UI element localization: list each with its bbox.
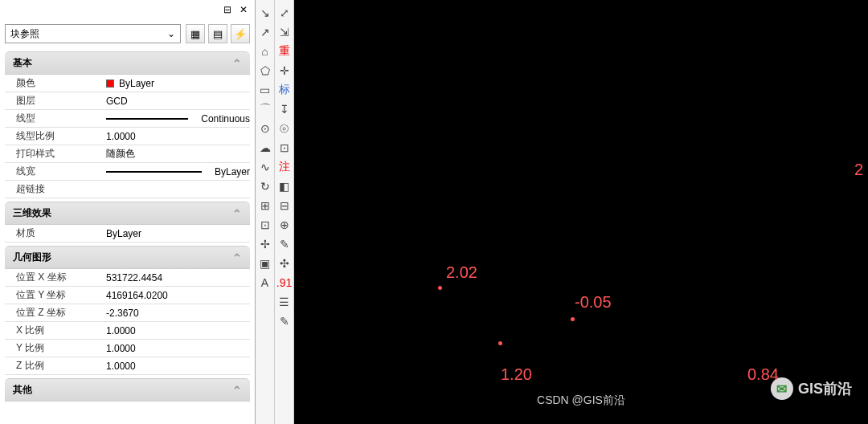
pin-icon[interactable]: ⊟: [219, 2, 235, 18]
filter-icon[interactable]: ⚡: [231, 24, 250, 43]
draw-tool-button[interactable]: ⌒: [256, 100, 274, 118]
section-3d-header[interactable]: 三维效果 ⌃: [5, 202, 250, 225]
modify-tool-button[interactable]: ◧: [276, 177, 293, 195]
properties-panel: ⊟ ✕ 块参照 ⌄ ▦ ▤ ⚡ 基本 ⌃ 颜色 ByLayer 图层 GCD 线…: [0, 0, 256, 424]
draw-tool-button[interactable]: ✢: [256, 235, 274, 253]
modify-tool-button[interactable]: ⦾: [276, 120, 293, 137]
close-icon[interactable]: ✕: [235, 2, 252, 18]
section-basic-header[interactable]: 基本 ⌃: [5, 51, 250, 75]
modify-toolbar: ⤢⇲重✛标↧⦾⊡注◧⊟⊕✎✣.91☰✎: [275, 0, 294, 424]
draw-tool-button[interactable]: ⌂: [256, 43, 274, 60]
draw-tool-button[interactable]: ▭: [256, 81, 274, 99]
elevation-point[interactable]: [571, 317, 575, 321]
draw-tool-button[interactable]: A: [256, 274, 274, 292]
section-other-header[interactable]: 其他 ⌃: [5, 378, 250, 402]
draw-tool-button[interactable]: ⊡: [256, 216, 274, 234]
draw-tool-button[interactable]: ↘: [256, 4, 274, 22]
modify-tool-button[interactable]: ⇲: [276, 23, 293, 41]
modify-tool-button[interactable]: ⊕: [276, 216, 293, 234]
modify-tool-button[interactable]: 注: [276, 158, 293, 176]
elevation-point[interactable]: [438, 286, 442, 290]
modify-tool-button[interactable]: ✣: [276, 255, 293, 272]
line-sample-icon: [106, 171, 202, 173]
prop-scale-z[interactable]: Z 比例 1.0000: [5, 357, 250, 375]
drawing-canvas[interactable]: ✉ GIS前沿 CSDN @GIS前沿 2.02-0.051.200.842: [294, 0, 868, 424]
prop-lineweight[interactable]: 线宽 ByLayer: [5, 163, 250, 181]
modify-tool-button[interactable]: 重: [276, 43, 293, 60]
section-geometry-header[interactable]: 几何图形 ⌃: [5, 246, 250, 269]
prop-material[interactable]: 材质 ByLayer: [5, 225, 250, 243]
draw-tool-button[interactable]: ∿: [256, 158, 274, 176]
prop-hyperlink[interactable]: 超链接: [5, 181, 250, 198]
prop-lt-scale[interactable]: 线型比例 1.0000: [5, 128, 250, 145]
elevation-label: 1.20: [501, 365, 532, 384]
prop-linetype[interactable]: 线型 Continuous: [5, 110, 250, 128]
chevron-collapse-icon: ⌃: [232, 207, 242, 220]
prop-pos-y[interactable]: 位置 Y 坐标 4169164.0200: [5, 287, 250, 304]
modify-tool-button[interactable]: .91: [276, 274, 293, 292]
prop-scale-y[interactable]: Y 比例 1.0000: [5, 340, 250, 357]
modify-tool-button[interactable]: ☰: [276, 293, 293, 311]
elevation-label: -0.05: [575, 293, 612, 312]
pim-tool-icon[interactable]: ▦: [186, 24, 205, 43]
elevation-label: 2.02: [446, 263, 477, 282]
chevron-down-icon: ⌄: [167, 28, 175, 39]
draw-toolbar: ↘↗⌂⬠▭⌒⊙☁∿↻⊞⊡✢▣A: [256, 0, 275, 424]
draw-tool-button[interactable]: ⊙: [256, 120, 274, 137]
quickselect-icon[interactable]: ▤: [208, 24, 227, 43]
elevation-label: 0.84: [747, 365, 779, 384]
chevron-collapse-icon: ⌃: [232, 251, 242, 264]
elevation-label: 2: [854, 161, 863, 179]
chevron-collapse-icon: ⌃: [232, 57, 242, 70]
line-sample-icon: [106, 118, 188, 120]
modify-tool-button[interactable]: ✎: [276, 312, 293, 330]
prop-pos-z[interactable]: 位置 Z 坐标 -2.3670: [5, 304, 250, 322]
draw-tool-button[interactable]: ☁: [256, 139, 274, 157]
prop-plot-style[interactable]: 打印样式 随颜色: [5, 145, 250, 163]
draw-tool-button[interactable]: ⊞: [256, 197, 274, 214]
color-swatch-icon: [106, 80, 114, 88]
csdn-watermark: CSDN @GIS前沿: [537, 393, 625, 408]
object-type-dropdown[interactable]: 块参照 ⌄: [5, 24, 181, 43]
modify-tool-button[interactable]: ✛: [276, 62, 293, 80]
prop-color[interactable]: 颜色 ByLayer: [5, 75, 250, 92]
modify-tool-button[interactable]: ⤢: [276, 4, 293, 22]
draw-tool-button[interactable]: ⬠: [256, 62, 274, 80]
modify-tool-button[interactable]: 标: [276, 81, 293, 99]
modify-tool-button[interactable]: ✎: [276, 235, 293, 253]
modify-tool-button[interactable]: ⊡: [276, 139, 293, 157]
modify-tool-button[interactable]: ⊟: [276, 197, 293, 214]
chevron-collapse-icon: ⌃: [232, 384, 242, 397]
prop-layer[interactable]: 图层 GCD: [5, 92, 250, 110]
modify-tool-button[interactable]: ↧: [276, 100, 293, 118]
object-type-value: 块参照: [10, 27, 39, 41]
wechat-watermark: ✉ GIS前沿: [771, 377, 852, 400]
draw-tool-button[interactable]: ▣: [256, 255, 274, 272]
draw-tool-button[interactable]: ↻: [256, 177, 274, 195]
draw-tool-button[interactable]: ↗: [256, 23, 274, 41]
prop-scale-x[interactable]: X 比例 1.0000: [5, 322, 250, 340]
elevation-point[interactable]: [498, 341, 502, 345]
prop-pos-x[interactable]: 位置 X 坐标 531722.4454: [5, 269, 250, 287]
